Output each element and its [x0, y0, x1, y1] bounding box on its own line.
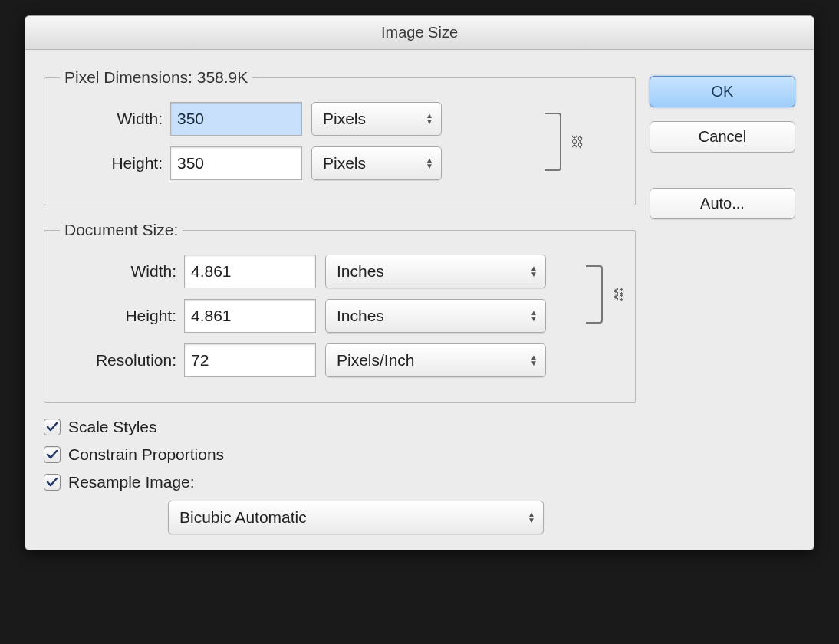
doc-height-unit-value: Inches [337, 307, 384, 325]
pixel-height-input[interactable] [170, 146, 302, 180]
ok-button[interactable]: OK [650, 76, 795, 107]
checkmark-icon [46, 476, 58, 488]
chevron-updown-icon: ▲▼ [528, 511, 535, 524]
doc-width-input[interactable] [184, 255, 316, 288]
scale-styles-checkbox[interactable] [44, 419, 61, 435]
resolution-label: Resolution: [55, 351, 184, 370]
doc-height-input[interactable] [184, 299, 316, 333]
resample-method-select[interactable]: Bicubic Automatic ▲▼ [168, 501, 544, 534]
pixel-dimensions-legend: Pixel Dimensions: 358.9K [60, 68, 252, 87]
document-size-legend: Document Size: [60, 221, 183, 239]
checkmark-icon [46, 449, 58, 461]
chain-link-icon: ⛓ [571, 134, 584, 150]
doc-width-label: Width: [55, 262, 184, 281]
image-size-dialog: Image Size Pixel Dimensions: 358.9K Widt… [25, 15, 814, 550]
pixel-height-unit-value: Pixels [323, 154, 366, 172]
chevron-updown-icon: ▲▼ [530, 310, 538, 322]
checkmark-icon [46, 421, 58, 433]
resample-image-row: Resample Image: [44, 473, 636, 491]
resolution-input[interactable] [184, 343, 316, 377]
pixel-height-unit-select[interactable]: Pixels ▲▼ [311, 146, 442, 180]
pixel-width-unit-select[interactable]: Pixels ▲▼ [311, 102, 442, 136]
pixel-width-input[interactable] [170, 102, 302, 136]
scale-styles-row: Scale Styles [44, 418, 636, 436]
resample-image-checkbox[interactable] [44, 474, 61, 491]
pixel-height-label: Height: [55, 154, 170, 172]
scale-styles-label: Scale Styles [68, 418, 157, 436]
resample-method-value: Bicubic Automatic [179, 508, 307, 527]
constrain-link-bracket [586, 265, 603, 324]
constrain-proportions-label: Constrain Proportions [68, 445, 224, 464]
dialog-title: Image Size [25, 16, 814, 50]
chevron-updown-icon: ▲▼ [530, 265, 538, 278]
doc-width-unit-select[interactable]: Inches ▲▼ [325, 255, 546, 288]
doc-height-unit-select[interactable]: Inches ▲▼ [325, 299, 546, 333]
resolution-unit-value: Pixels/Inch [337, 351, 415, 370]
auto-button[interactable]: Auto... [650, 188, 795, 219]
constrain-proportions-checkbox[interactable] [44, 446, 61, 463]
pixel-dimensions-group: Pixel Dimensions: 358.9K Width: Pixels ▲… [44, 68, 636, 205]
constrain-proportions-row: Constrain Proportions [44, 445, 636, 464]
doc-height-label: Height: [55, 307, 184, 325]
cancel-button[interactable]: Cancel [650, 121, 795, 153]
resolution-unit-select[interactable]: Pixels/Inch ▲▼ [325, 343, 546, 377]
pixel-width-label: Width: [55, 110, 170, 128]
resample-image-label: Resample Image: [68, 473, 195, 491]
chevron-updown-icon: ▲▼ [426, 113, 433, 125]
chevron-updown-icon: ▲▼ [530, 354, 538, 366]
constrain-link-bracket [545, 113, 561, 171]
chain-link-icon: ⛓ [612, 287, 626, 303]
pixel-width-unit-value: Pixels [323, 110, 366, 128]
doc-width-unit-value: Inches [337, 262, 384, 281]
chevron-updown-icon: ▲▼ [426, 157, 433, 169]
document-size-group: Document Size: Width: Inches ▲▼ Height: … [44, 221, 636, 402]
